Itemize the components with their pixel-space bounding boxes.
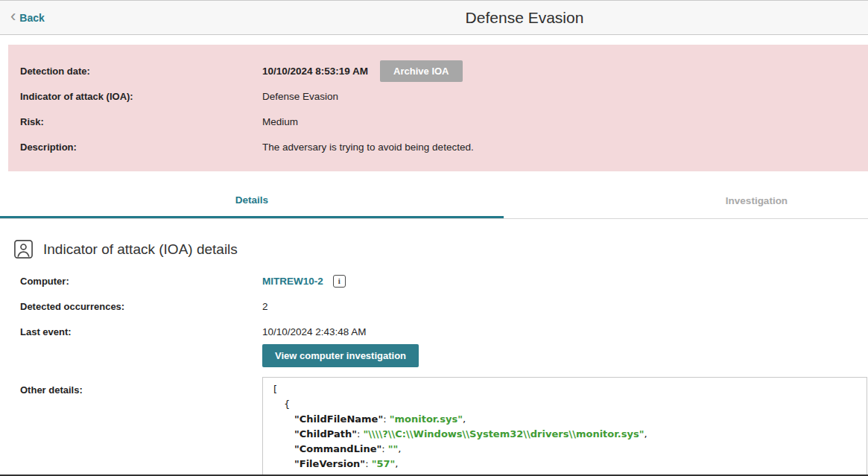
detection-date-label: Detection date: bbox=[20, 66, 262, 77]
tab-bar: Details Investigation bbox=[0, 171, 868, 219]
computer-info-icon[interactable]: i bbox=[333, 275, 346, 288]
summary-row-detection-date: Detection date: 10/10/2024 8:53:19 AM Ar… bbox=[20, 58, 856, 83]
other-details-json: [{"ChildFileName": "monitor.sys","ChildP… bbox=[262, 377, 867, 476]
occurrences-value: 2 bbox=[262, 301, 268, 312]
view-computer-investigation-button[interactable]: View computer investigation bbox=[262, 344, 419, 367]
tab-details-label: Details bbox=[235, 194, 268, 206]
summary-row-description: Description: The adversary is trying to … bbox=[20, 134, 856, 159]
detection-date-value: 10/10/2024 8:53:19 AM bbox=[262, 66, 368, 77]
back-label: Back bbox=[19, 12, 44, 24]
details-panel: Indicator of attack (IOA) details Comput… bbox=[0, 239, 868, 476]
top-bar: ‹ Back Defense Evasion bbox=[0, 0, 868, 35]
section-title: Indicator of attack (IOA) details bbox=[43, 241, 238, 258]
risk-value: Medium bbox=[262, 116, 298, 127]
row-occurrences: Detected occurrences: 2 bbox=[20, 293, 868, 319]
occurrences-label: Detected occurrences: bbox=[20, 301, 262, 312]
computer-link[interactable]: MITREW10-2 bbox=[262, 276, 323, 287]
summary-row-risk: Risk: Medium bbox=[20, 109, 856, 134]
summary-row-ioa: Indicator of attack (IOA): Defense Evasi… bbox=[20, 83, 856, 109]
computer-label: Computer: bbox=[20, 276, 262, 287]
description-value: The adversary is trying to avoid being d… bbox=[262, 142, 474, 153]
ioa-label: Indicator of attack (IOA): bbox=[20, 91, 262, 102]
row-last-event: Last event: 10/10/2024 2:43:48 AM bbox=[20, 319, 868, 344]
section-header: Indicator of attack (IOA) details bbox=[13, 239, 868, 259]
ioa-summary-panel: Detection date: 10/10/2024 8:53:19 AM Ar… bbox=[8, 45, 868, 171]
row-other-details: Other details: [{"ChildFileName": "monit… bbox=[20, 377, 868, 476]
last-event-value: 10/10/2024 2:43:48 AM bbox=[262, 326, 367, 337]
ioa-value: Defense Evasion bbox=[262, 91, 338, 102]
back-button[interactable]: ‹ Back bbox=[10, 10, 45, 25]
detail-rows: Computer: MITREW10-2 i Detected occurren… bbox=[0, 268, 868, 476]
description-label: Description: bbox=[20, 142, 262, 153]
other-details-label: Other details: bbox=[20, 377, 262, 396]
risk-label: Risk: bbox=[20, 116, 262, 127]
tab-details[interactable]: Details bbox=[0, 171, 504, 218]
row-investigation-button: View computer investigation bbox=[20, 344, 868, 377]
user-badge-icon bbox=[13, 239, 34, 259]
tab-investigation-label: Investigation bbox=[726, 195, 788, 206]
archive-ioa-button[interactable]: Archive IOA bbox=[380, 60, 462, 82]
back-chevron-icon: ‹ bbox=[10, 8, 16, 25]
last-event-label: Last event: bbox=[20, 326, 262, 337]
row-computer: Computer: MITREW10-2 i bbox=[20, 268, 868, 293]
tab-investigation[interactable]: Investigation bbox=[504, 171, 868, 218]
page-title: Defense Evasion bbox=[466, 9, 584, 27]
